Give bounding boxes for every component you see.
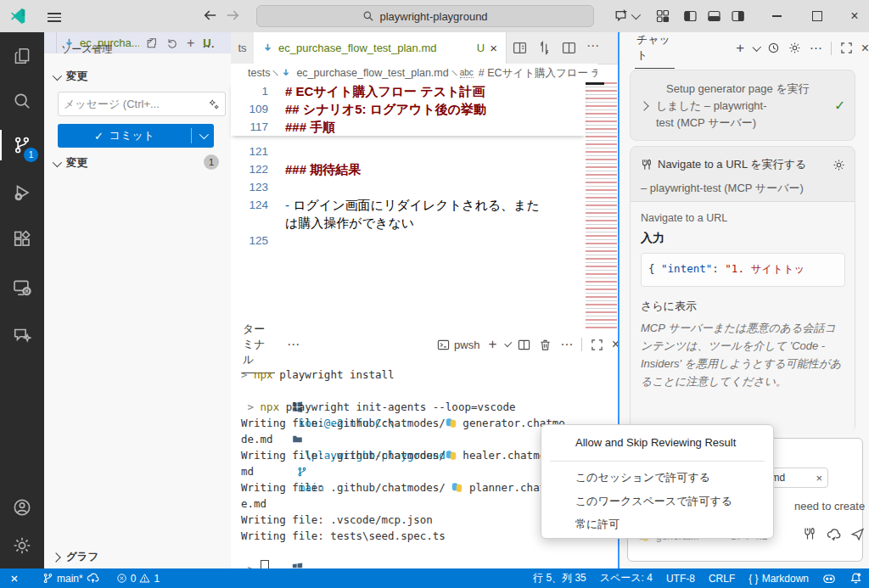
minimap[interactable] (586, 82, 617, 333)
kill-terminal-icon[interactable] (539, 339, 552, 351)
tool-gear-icon[interactable] (833, 159, 845, 171)
search-icon[interactable] (0, 84, 44, 118)
open-preview-icon[interactable] (513, 41, 527, 55)
sticky-line[interactable]: 117 ### 手順 (231, 118, 586, 136)
breadcrumb-folder[interactable]: tests (248, 67, 270, 79)
code-line[interactable]: 121 (231, 143, 586, 160)
terminal-dropdown-icon[interactable] (505, 339, 513, 347)
chat-tab[interactable]: チャット (635, 27, 675, 69)
open-file-icon[interactable] (146, 37, 158, 49)
search-icon (362, 10, 374, 22)
menu-hamburger-icon[interactable] (48, 10, 61, 25)
discard-changes-icon[interactable] (166, 37, 178, 49)
remote-explorer-icon[interactable] (0, 271, 44, 305)
split-terminal-icon[interactable] (518, 339, 530, 351)
minimize-button[interactable] (764, 0, 789, 32)
toggle-secondary-sidebar-icon[interactable] (731, 9, 745, 23)
tab-active[interactable]: ec_purchase_flow_test_plan.md U × (254, 32, 507, 64)
commit-message-input[interactable]: メッセージ (Ctrl+... (58, 92, 226, 116)
show-more-link[interactable]: さらに表示 (641, 299, 697, 314)
forward-arrow-icon[interactable] (224, 7, 241, 24)
new-chat-icon[interactable]: + (736, 42, 744, 54)
terminal-more-icon[interactable]: ⋯ (287, 337, 300, 352)
maximize-button[interactable] (805, 0, 830, 32)
chat-more-icon[interactable]: ⋯ (810, 41, 822, 56)
maximize-chat-icon[interactable] (840, 42, 853, 54)
shell-item[interactable]: pwsh (437, 339, 479, 351)
sparkle-icon[interactable] (208, 98, 220, 110)
extensions-icon[interactable] (0, 222, 44, 256)
code-line[interactable]: 122 ### 期待結果 (231, 160, 586, 178)
commit-button[interactable]: ✓ コミット (58, 124, 214, 148)
toggle-primary-sidebar-icon[interactable] (683, 9, 698, 23)
command-center-search[interactable]: playwright-playground (256, 5, 594, 27)
chevron-right-icon[interactable] (639, 101, 648, 110)
copilot-chat-button[interactable] (614, 8, 638, 23)
customize-layout-icon[interactable] (656, 9, 670, 23)
sticky-line[interactable]: 1 # ECサイト購入フロー テスト計画 (231, 82, 586, 100)
code-line[interactable]: 125 (231, 232, 586, 249)
tool-call-done-card[interactable]: Setup generator page を実行 しました – playwrig… (630, 70, 855, 141)
configure-tools-icon[interactable] (803, 527, 816, 540)
notifications-bell-icon[interactable] (849, 572, 862, 585)
chat-settings-gear-icon[interactable] (788, 42, 801, 54)
chat-sparkle-icon[interactable] (0, 317, 44, 351)
mcp-warning-text: MCP サーバーまたは悪意のある会話コンテンツは、ツールを介して 'Code -… (641, 319, 846, 390)
chat-input-text[interactable]: need to create (794, 500, 865, 512)
close-window-button[interactable]: × (842, 0, 867, 32)
stage-changes-icon[interactable]: + (187, 37, 194, 49)
tools-icon (641, 159, 653, 171)
open-changes-icon[interactable] (537, 41, 552, 55)
breadcrumb-file[interactable]: ec_purchase_flow_test_plan.md (296, 67, 448, 79)
section-changes[interactable]: 変更 (53, 70, 87, 84)
close-tab-icon[interactable]: × (490, 41, 497, 55)
remove-chip-icon[interactable]: × (816, 472, 822, 484)
tool-input-code[interactable]: { "intent": "1. サイトトッ (641, 253, 845, 287)
problems-status[interactable]: 0 1 (116, 573, 160, 585)
eol-sequence[interactable]: CRLF (709, 573, 735, 585)
changes-group-header[interactable]: 変更 (53, 156, 87, 171)
sticky-line[interactable]: 109 ## シナリオ5: ログアウト後の挙動 (231, 100, 586, 118)
cursor-position[interactable]: 行 5、列 35 (533, 571, 586, 585)
menu-item-allow-session[interactable]: このセッションで許可する (541, 466, 773, 489)
chat-history-icon[interactable] (767, 42, 780, 54)
terminal-tab[interactable]: ターミナル (241, 316, 275, 373)
settings-gear-icon[interactable] (0, 529, 44, 563)
terminal-line: > npx playwright init-agents --loop=vsco… (241, 399, 614, 415)
breadcrumb[interactable]: tests ec_purchase_flow_test_plan.md abc … (231, 64, 597, 82)
run-debug-icon[interactable] (0, 176, 44, 210)
code-line-wrap[interactable]: は購入操作ができない (231, 214, 586, 232)
graph-section-header[interactable]: グラフ (53, 550, 98, 564)
explorer-icon[interactable] (0, 39, 44, 73)
tab-partial-ts[interactable]: ts (231, 32, 255, 64)
menu-item-allow-skip[interactable]: Allow and Skip Reviewing Result (541, 431, 773, 454)
tab-label: ec_purchase_flow_test_plan.md (278, 42, 472, 54)
menu-item-allow-workspace[interactable]: このワークスペースで許可する (541, 490, 773, 512)
toggle-panel-icon[interactable] (707, 9, 721, 23)
close-chat-icon[interactable]: × (861, 41, 869, 56)
commit-dropdown[interactable] (192, 132, 214, 139)
active-indicator (0, 130, 2, 160)
copilot-status-icon[interactable] (822, 572, 836, 585)
new-terminal-icon[interactable]: + (488, 339, 496, 350)
more-actions-icon[interactable]: ⋯ (202, 39, 215, 54)
breadcrumb-symbol[interactable]: # ECサイト購入フロー テ (479, 66, 597, 81)
code-line[interactable]: 123 (231, 178, 586, 196)
git-branch-status[interactable]: main* (42, 572, 99, 585)
language-mode[interactable]: { } Markdown (748, 573, 809, 585)
tab-more-actions-icon[interactable]: ⋯ (586, 38, 599, 53)
send-icon[interactable] (850, 527, 865, 541)
remote-indicator[interactable] (8, 573, 20, 585)
code-line[interactable]: 124 - ログイン画面にリダイレクトされる、また (231, 196, 586, 214)
back-arrow-icon[interactable] (202, 7, 219, 24)
cloud-send-icon[interactable] (827, 527, 841, 541)
encoding[interactable]: UTF-8 (666, 573, 695, 585)
accounts-icon[interactable] (0, 490, 44, 524)
menu-item-allow-always[interactable]: 常に許可 (541, 512, 773, 535)
indent-guide (56, 32, 57, 53)
split-editor-icon[interactable] (562, 41, 576, 55)
indentation[interactable]: スペース: 4 (600, 571, 653, 585)
new-chat-dropdown-icon[interactable] (753, 42, 761, 51)
maximize-panel-icon[interactable] (591, 339, 603, 351)
panel-more-icon[interactable]: ⋯ (560, 337, 573, 352)
